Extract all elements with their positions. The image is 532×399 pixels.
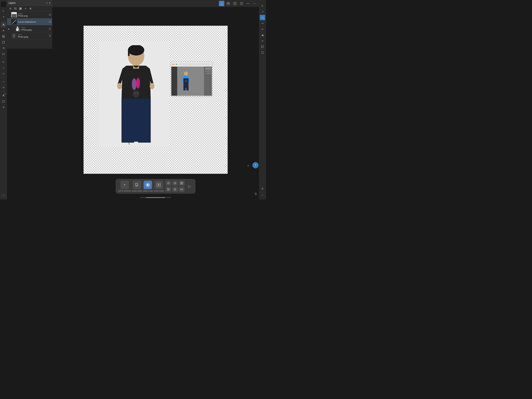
- svg-rect-70: [181, 183, 182, 184]
- play-btn[interactable]: ▷: [186, 183, 193, 190]
- flip-h-btn[interactable]: [165, 180, 171, 186]
- layer-item-curves[interactable]: Curves Adjustment ☑: [7, 18, 52, 25]
- layers-header: Layers ≡ ✦: [7, 0, 52, 6]
- effects-tool-btn[interactable]: ✦: [1, 28, 6, 33]
- select-inside-btn[interactable]: [144, 180, 152, 189]
- layers-tool-btn[interactable]: ≡: [1, 22, 6, 27]
- bottom-toolbar: + Add To Selection Select Under: [116, 179, 196, 194]
- svg-rect-47: [184, 76, 188, 78]
- layer-visibility-1[interactable]: ☑: [49, 13, 51, 16]
- selection-tool-btn[interactable]: ⊹: [1, 71, 6, 76]
- svg-point-37: [136, 78, 140, 89]
- hand-tool-btn[interactable]: ✛: [1, 104, 6, 110]
- svg-rect-18: [227, 2, 228, 3]
- svg-rect-77: [182, 189, 183, 190]
- layer-item-pixel-2[interactable]: Pixel Photo.jpeg ☑: [7, 32, 52, 39]
- layer-type-pixel-2: Pixel: [18, 34, 48, 36]
- svg-rect-49: [184, 84, 186, 90]
- right-rect-btn[interactable]: [260, 50, 265, 55]
- arrow-tool-btn[interactable]: ↖: [1, 8, 6, 14]
- dropper-tool-btn[interactable]: ⊘: [1, 85, 6, 90]
- right-crop-btn[interactable]: [260, 44, 265, 50]
- select-under-btn[interactable]: [133, 180, 141, 189]
- layer-group-wrapper: ▶ Pixel Photo.jpeg ☑: [7, 25, 52, 32]
- center-snap-btn[interactable]: [172, 180, 178, 186]
- text-tool-btn[interactable]: A 0pt: [1, 93, 6, 98]
- layer-visibility-pixel-1[interactable]: ☑: [49, 27, 51, 30]
- close-x-btn[interactable]: ✕: [247, 164, 250, 168]
- rotate-selection-btn[interactable]: [172, 187, 178, 192]
- right-pen-btn[interactable]: ↗: [260, 21, 265, 26]
- help-btn[interactable]: ?: [1, 194, 6, 198]
- transform-tool-btn[interactable]: [1, 39, 6, 45]
- svg-point-39: [134, 93, 136, 94]
- right-lasso-btn[interactable]: ↗: [260, 9, 265, 14]
- svg-rect-13: [20, 8, 21, 9]
- mask-layer-btn[interactable]: [18, 6, 23, 11]
- svg-rect-19: [228, 2, 230, 3]
- svg-rect-20: [227, 4, 228, 5]
- studio-view-btn[interactable]: [232, 1, 238, 6]
- add-group-btn[interactable]: ⊕: [8, 6, 13, 11]
- grid-tool-btn[interactable]: [1, 34, 6, 39]
- right-zoom-btn[interactable]: [260, 15, 265, 20]
- grid-snap-btn[interactable]: [179, 180, 185, 186]
- affinity-logo-btn[interactable]: [219, 1, 224, 6]
- align-v-btn[interactable]: [165, 187, 171, 192]
- add-adjustment-btn[interactable]: [13, 6, 18, 11]
- layers-list-icon[interactable]: ≡: [46, 1, 48, 4]
- distribute-btn[interactable]: [179, 187, 185, 192]
- svg-rect-34: [128, 49, 129, 56]
- right-pencil-btn[interactable]: /: [260, 193, 265, 198]
- layers-settings-icon[interactable]: ✦: [49, 1, 51, 4]
- svg-point-8: [4, 43, 5, 44]
- right-sidebar: ↖ ↗ ↗ ✏ ◉ ⊌ A /: [259, 0, 266, 200]
- add-layer-btn[interactable]: +: [23, 6, 28, 11]
- svg-rect-31: [261, 52, 263, 54]
- layer-type-pixel-1: Pixel: [21, 27, 48, 29]
- svg-point-40: [137, 93, 138, 94]
- export-btn[interactable]: [239, 1, 244, 6]
- layers-header-icons: ≡ ✦: [46, 1, 51, 4]
- help-circle-btn[interactable]: ?: [252, 162, 259, 168]
- erase-tool-btn[interactable]: ◻: [1, 65, 6, 71]
- delete-layer-btn[interactable]: 🗑: [28, 6, 33, 11]
- grid-view-btn[interactable]: [226, 1, 231, 6]
- right-dropper-btn[interactable]: ◉: [260, 32, 265, 38]
- about-center-btn[interactable]: [154, 180, 163, 189]
- back-btn[interactable]: ←: [252, 1, 257, 6]
- svg-rect-9: [3, 100, 5, 102]
- layer-group-expand[interactable]: ▶: [7, 25, 14, 32]
- layer-visibility-curves[interactable]: ☑: [49, 20, 51, 23]
- rotate-tool-btn[interactable]: ⟲: [1, 45, 6, 51]
- select-under-group: Select Under: [132, 180, 142, 192]
- more-btn[interactable]: •••: [245, 1, 251, 6]
- pen-tool-btn[interactable]: /: [1, 79, 6, 84]
- add-to-selection-btn[interactable]: +: [120, 180, 129, 189]
- right-font-btn[interactable]: A: [260, 186, 265, 191]
- shape-tool-btn[interactable]: [1, 99, 6, 104]
- trash-icon-bottom[interactable]: 🗑: [254, 192, 257, 196]
- svg-rect-76: [181, 189, 181, 190]
- svg-point-27: [262, 17, 263, 18]
- right-select-btn[interactable]: ↖: [260, 3, 265, 9]
- right-paint-btn[interactable]: ✏: [260, 26, 265, 32]
- svg-rect-28: [261, 46, 263, 48]
- add-to-selection-group: + Add To Selection: [118, 180, 131, 192]
- svg-point-44: [117, 83, 122, 89]
- layer-thumb-pixel-1: [15, 26, 20, 32]
- move-tool-btn[interactable]: ✛: [1, 14, 6, 19]
- layers-list: Image Photo.png ☑ Curves Adjustment ☑: [7, 11, 52, 49]
- paint-brush-btn[interactable]: ✏: [1, 59, 6, 65]
- select-under-label: Select Under: [132, 190, 142, 192]
- scrollbar-thumb[interactable]: [146, 197, 165, 198]
- horizontal-scrollbar[interactable]: [140, 197, 171, 198]
- extra-buttons: [165, 180, 185, 192]
- layer-item-photo-png[interactable]: Image Photo.png ☑: [7, 11, 52, 18]
- adjustment-tool-btn[interactable]: f(x): [1, 51, 6, 57]
- right-mic-btn[interactable]: ⊌: [260, 38, 265, 44]
- svg-rect-10: [14, 8, 15, 9]
- layer-visibility-pixel-2[interactable]: ☑: [49, 34, 51, 37]
- layer-info-curves: Curves Adjustment: [18, 21, 48, 23]
- svg-rect-50: [186, 84, 189, 90]
